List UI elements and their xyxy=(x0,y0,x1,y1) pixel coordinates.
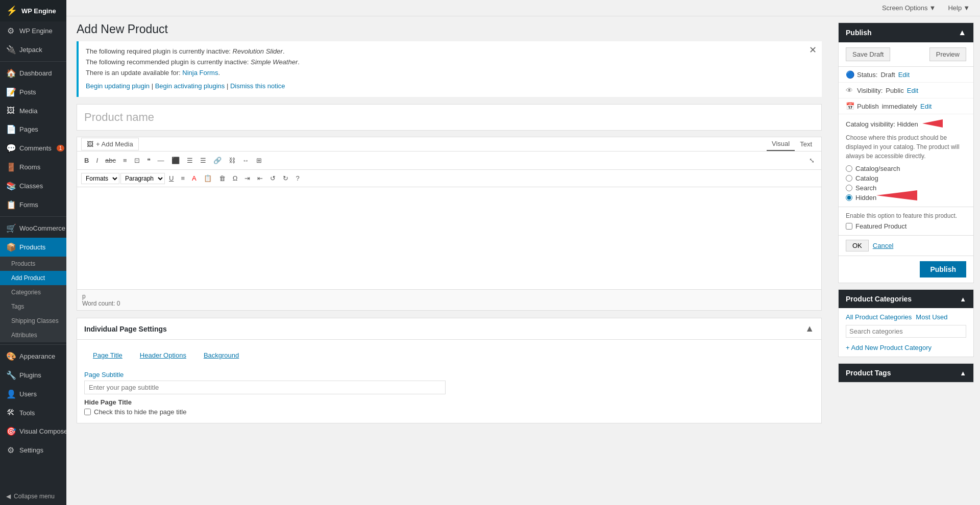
toolbar2-color[interactable]: A xyxy=(189,172,200,184)
radio-catalog-search[interactable]: Catalog/search xyxy=(846,165,966,172)
toolbar-align-center[interactable]: ☰ xyxy=(184,155,196,166)
radio-catalog-search-input[interactable] xyxy=(846,165,852,172)
category-search-input[interactable] xyxy=(846,325,966,338)
radio-catalog-input[interactable] xyxy=(846,175,852,182)
tab-background[interactable]: Background xyxy=(195,347,248,364)
publish-date-edit-link[interactable]: Edit xyxy=(920,103,932,110)
tab-text[interactable]: Text xyxy=(795,137,817,151)
toolbar-hr[interactable]: — xyxy=(155,155,167,166)
status-edit-link[interactable]: Edit xyxy=(898,71,910,79)
ninja-forms-link[interactable]: Ninja Forms xyxy=(182,69,218,77)
sidebar-item-woocommerce[interactable]: 🛒 WooCommerce xyxy=(0,219,66,238)
sidebar-item-forms[interactable]: 📋 Forms xyxy=(0,195,66,214)
toolbar-expand[interactable]: ⤡ xyxy=(806,155,817,166)
sidebar-item-tools[interactable]: 🛠 Tools xyxy=(0,403,66,422)
product-tags-collapse-icon[interactable]: ▲ xyxy=(960,369,966,377)
toolbar-link[interactable]: 🔗 xyxy=(210,155,225,166)
radio-hidden-input[interactable] xyxy=(846,194,852,201)
sidebar-item-jetpack[interactable]: 🔌 Jetpack xyxy=(0,40,66,59)
toolbar2-underline[interactable]: U xyxy=(166,172,177,184)
add-media-button[interactable]: 🖼 + Add Media xyxy=(81,138,139,150)
toolbar-blockquote[interactable]: ❝ xyxy=(144,155,154,166)
toolbar-align-left[interactable]: ⬛ xyxy=(168,155,183,166)
product-categories-collapse-icon[interactable]: ▲ xyxy=(960,295,966,303)
editor-content[interactable] xyxy=(77,187,821,289)
paragraph-select[interactable]: Paragraph xyxy=(120,173,165,184)
individual-page-settings-header[interactable]: Individual Page Settings ▲ xyxy=(77,318,821,340)
toolbar2-paste-word[interactable]: 📋 xyxy=(201,172,215,184)
visibility-edit-link[interactable]: Edit xyxy=(907,87,918,94)
toolbar2-help[interactable]: ? xyxy=(292,172,302,184)
sidebar-submenu-item-products[interactable]: Products xyxy=(0,257,66,271)
sidebar-item-wp-engine[interactable]: ⚙ WP Engine xyxy=(0,21,66,40)
sidebar-submenu-item-categories[interactable]: Categories xyxy=(0,285,66,299)
sidebar-submenu-item-tags[interactable]: Tags xyxy=(0,299,66,314)
dismiss-notice-link[interactable]: Dismiss this notice xyxy=(230,82,285,90)
sidebar-logo[interactable]: ⚡ WP Engine xyxy=(0,0,66,21)
cancel-button[interactable]: Cancel xyxy=(873,242,893,249)
toolbar-italic[interactable]: I xyxy=(93,155,101,166)
toolbar-unlink[interactable]: ⛓ xyxy=(226,155,238,166)
tab-label: Page Title xyxy=(93,351,122,359)
toolbar-unordered-list[interactable]: ≡ xyxy=(120,155,130,166)
toolbar-bold[interactable]: B xyxy=(81,155,92,166)
most-used-tab[interactable]: Most Used xyxy=(916,313,947,321)
sidebar-item-media[interactable]: 🖼 Media xyxy=(0,102,66,120)
toolbar-strikethrough[interactable]: abc xyxy=(102,155,119,166)
sidebar-item-appearance[interactable]: 🎨 Appearance xyxy=(0,347,66,366)
preview-button[interactable]: Preview xyxy=(929,47,966,61)
sidebar-item-users[interactable]: 👤 Users xyxy=(0,385,66,403)
toolbar2-redo[interactable]: ↻ xyxy=(280,172,291,184)
sidebar-submenu-item-attributes[interactable]: Attributes xyxy=(0,328,66,342)
sidebar-submenu-item-add-product[interactable]: Add Product xyxy=(0,271,66,285)
sidebar-submenu-item-shipping[interactable]: Shipping Classes xyxy=(0,314,66,328)
notice-close[interactable]: ✕ xyxy=(809,45,817,55)
toolbar-align-right[interactable]: ☰ xyxy=(197,155,209,166)
begin-activating-link[interactable]: Begin activating plugins xyxy=(155,82,225,90)
save-draft-button[interactable]: Save Draft xyxy=(846,47,890,61)
toolbar2-outdent[interactable]: ⇤ xyxy=(254,172,266,184)
all-categories-tab[interactable]: All Product Categories xyxy=(846,313,912,321)
sidebar-item-dashboard[interactable]: 🏠 Dashboard xyxy=(0,64,66,83)
product-name-input[interactable] xyxy=(77,104,822,131)
tab-visual[interactable]: Visual xyxy=(767,137,795,151)
sidebar-item-pages[interactable]: 📄 Pages xyxy=(0,120,66,139)
sidebar-item-comments[interactable]: 💬 Comments 1 xyxy=(0,139,66,158)
screen-options-button[interactable]: Screen Options ▼ xyxy=(878,2,940,14)
sidebar-item-plugins[interactable]: 🔧 Plugins xyxy=(0,366,66,385)
radio-catalog[interactable]: Catalog xyxy=(846,174,966,182)
help-button[interactable]: Help ▼ xyxy=(944,2,974,14)
formats-select[interactable]: Formats xyxy=(81,173,119,184)
sidebar-item-classes[interactable]: 📚 Classes xyxy=(0,176,66,195)
sidebar-item-visual-composer[interactable]: 🎯 Visual Composer xyxy=(0,422,66,441)
subtitle-input[interactable] xyxy=(84,381,446,394)
toolbar-insert[interactable]: ↔ xyxy=(239,155,252,166)
collapse-menu-button[interactable]: ◀ Collapse menu xyxy=(0,488,66,505)
add-new-category-link[interactable]: + Add New Product Category xyxy=(846,344,966,351)
sidebar-item-posts[interactable]: 📝 Posts xyxy=(0,83,66,102)
publish-collapse-icon[interactable]: ▲ xyxy=(958,28,966,37)
radio-search[interactable]: Search xyxy=(846,184,966,192)
publish-button[interactable]: Publish xyxy=(920,261,966,277)
toolbar2-indent[interactable]: ⇥ xyxy=(241,172,253,184)
sidebar-item-rooms[interactable]: 🚪 Rooms xyxy=(0,158,66,176)
wp-engine-nav-icon: ⚙ xyxy=(6,26,15,36)
toolbar2-undo[interactable]: ↺ xyxy=(267,172,279,184)
toolbar2-special-char[interactable]: Ω xyxy=(230,172,241,184)
screen-options-label: Screen Options xyxy=(882,4,928,12)
hide-title-checkbox[interactable] xyxy=(84,409,91,415)
toolbar2-align[interactable]: ≡ xyxy=(178,172,188,184)
toolbar-ordered-list[interactable]: ⊡ xyxy=(131,155,143,166)
radio-search-input[interactable] xyxy=(846,185,852,191)
radio-hidden[interactable]: Hidden xyxy=(846,194,966,201)
page-settings-tabs: Page Title Header Options Background xyxy=(84,347,814,364)
begin-updating-link[interactable]: Begin updating plugin xyxy=(86,82,150,90)
ok-button[interactable]: OK xyxy=(846,240,869,251)
toolbar-fullscreen[interactable]: ⊞ xyxy=(253,155,265,166)
featured-checkbox[interactable] xyxy=(846,223,852,230)
sidebar-item-settings[interactable]: ⚙ Settings xyxy=(0,441,66,460)
tab-page-title[interactable]: Page Title xyxy=(84,347,131,364)
tab-header-options[interactable]: Header Options xyxy=(131,347,195,364)
sidebar-item-products[interactable]: 📦 Products xyxy=(0,238,66,257)
toolbar2-remove-format[interactable]: 🗑 xyxy=(216,172,229,184)
